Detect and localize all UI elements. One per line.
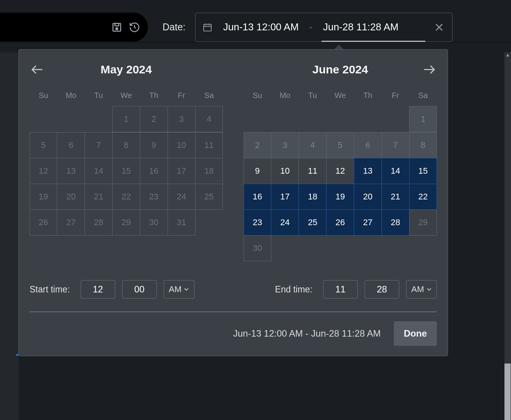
day-cell[interactable]: 12 <box>326 158 354 184</box>
day-cell: 22 <box>112 184 140 210</box>
end-time-label: End time: <box>275 284 312 295</box>
day-cell: 31 <box>168 209 196 236</box>
end-minute-input[interactable] <box>365 280 399 299</box>
dow-label: Th <box>140 87 168 104</box>
day-cell[interactable]: 11 <box>299 158 327 184</box>
day-cell: 4 <box>195 106 223 132</box>
day-cell: 21 <box>85 184 113 210</box>
day-cell-selected[interactable]: 27 <box>354 209 382 236</box>
toolbar: Date: Jun-13 12:00 AM - Jun-28 11:28 AM <box>0 0 511 42</box>
end-active-underline <box>322 41 425 42</box>
start-ampm-select[interactable]: AM <box>164 280 194 299</box>
day-cell: 25 <box>195 184 223 210</box>
day-cell: 20 <box>57 184 85 210</box>
dow-label: Mo <box>57 87 85 104</box>
day-cell-selected[interactable]: 22 <box>409 184 437 210</box>
day-cell: 18 <box>195 158 223 184</box>
done-button[interactable]: Done <box>394 321 437 346</box>
dow-label: Sa <box>195 87 223 104</box>
start-time-label: Start time: <box>30 284 70 295</box>
day-cell: 3 <box>168 106 196 132</box>
dow-label: Fr <box>382 87 409 104</box>
svg-point-2 <box>116 28 118 30</box>
start-minute-input[interactable] <box>122 280 157 299</box>
day-cell-selected[interactable]: 14 <box>382 158 410 184</box>
dow-label: Fr <box>168 87 195 104</box>
day-cell-selected[interactable]: 23 <box>244 209 272 236</box>
calendar-icon <box>202 22 212 32</box>
day-cell[interactable]: 9 <box>244 158 272 184</box>
start-ampm-value: AM <box>169 284 181 294</box>
day-cell: 26 <box>30 209 58 236</box>
day-cell-overflow: 4 <box>299 132 327 158</box>
day-cell: 15 <box>112 158 140 184</box>
day-cell[interactable]: 10 <box>271 158 299 184</box>
dow-label: Th <box>354 87 382 104</box>
dow-label: Su <box>30 87 57 104</box>
day-cell: 29 <box>112 209 140 236</box>
day-cell-overflow: 5 <box>326 132 354 158</box>
day-cell: 1 <box>112 106 140 132</box>
day-cell-selected[interactable]: 13 <box>354 158 382 184</box>
day-cell: 13 <box>57 158 85 184</box>
day-cell: 8 <box>112 132 140 158</box>
day-cell: 11 <box>195 132 223 158</box>
end-hour-input[interactable] <box>323 280 358 299</box>
day-cell: 29 <box>409 209 437 236</box>
day-cell: 17 <box>168 158 196 184</box>
day-cell-selected[interactable]: 26 <box>326 209 354 236</box>
day-cell-selected[interactable]: 21 <box>382 184 410 210</box>
month-title-left: May 2024 <box>45 63 207 76</box>
end-ampm-select[interactable]: AM <box>406 280 437 299</box>
dow-label: We <box>327 87 354 104</box>
day-cell-selected[interactable]: 15 <box>409 158 437 184</box>
day-cell-selected[interactable]: 20 <box>354 184 382 210</box>
month-title-right: June 2024 <box>259 63 421 76</box>
scroll-thumb[interactable] <box>504 364 511 420</box>
chevron-down-icon <box>184 287 189 292</box>
next-month-button[interactable] <box>421 62 437 77</box>
month-panel-left: May 2024 SuMoTuWeThFrSa 1234567891011121… <box>30 61 223 261</box>
range-end-display[interactable]: Jun-28 11:28 AM <box>323 21 399 33</box>
range-start-display[interactable]: Jun-13 12:00 AM <box>223 21 299 33</box>
day-cell-selected[interactable]: 16 <box>244 184 272 210</box>
prev-month-button[interactable] <box>30 62 45 77</box>
day-cell: 14 <box>85 158 113 184</box>
range-separator: - <box>309 22 312 32</box>
start-hour-input[interactable] <box>81 280 115 299</box>
date-label: Date: <box>163 22 186 33</box>
day-cell-overflow: 6 <box>354 132 382 158</box>
day-cell-selected[interactable]: 24 <box>271 209 299 236</box>
start-time-block: Start time: AM <box>30 280 222 299</box>
day-cell-selected[interactable]: 25 <box>299 209 327 236</box>
day-cell-selected[interactable]: 18 <box>299 184 327 210</box>
left-panel-sliver <box>0 52 18 420</box>
day-cell-selected[interactable]: 19 <box>326 184 354 210</box>
date-picker-popup: May 2024 SuMoTuWeThFrSa 1234567891011121… <box>18 49 448 356</box>
day-cell: 9 <box>140 132 168 158</box>
range-summary: Jun-13 12:00 AM - Jun-28 11:28 AM <box>233 328 381 339</box>
dow-label: Sa <box>409 87 437 104</box>
history-icon[interactable] <box>129 22 140 33</box>
day-cell-selected[interactable]: 17 <box>271 184 299 210</box>
end-time-block: End time: AM <box>245 280 437 299</box>
day-cell-selected[interactable]: 28 <box>382 209 410 236</box>
day-cell: 2 <box>140 106 168 132</box>
dow-label: Tu <box>299 87 327 104</box>
clear-icon[interactable] <box>434 22 445 33</box>
scroll-up-icon[interactable]: ▲ <box>504 52 511 60</box>
dow-label: Mo <box>271 87 299 104</box>
save-icon[interactable] <box>111 22 123 33</box>
toolbar-pill <box>0 13 148 42</box>
dow-label: We <box>113 87 140 104</box>
day-cell-overflow: 2 <box>244 132 272 158</box>
day-cell: 28 <box>85 209 113 236</box>
day-cell: 6 <box>57 132 85 158</box>
day-cell-overflow: 1 <box>409 106 437 132</box>
day-cell: 12 <box>30 158 58 184</box>
scrollbar[interactable]: ▲ <box>504 52 511 420</box>
end-ampm-value: AM <box>411 284 424 294</box>
chevron-down-icon <box>426 287 432 292</box>
date-range-input[interactable]: Jun-13 12:00 AM - Jun-28 11:28 AM <box>195 13 453 42</box>
day-cell: 24 <box>168 184 196 210</box>
